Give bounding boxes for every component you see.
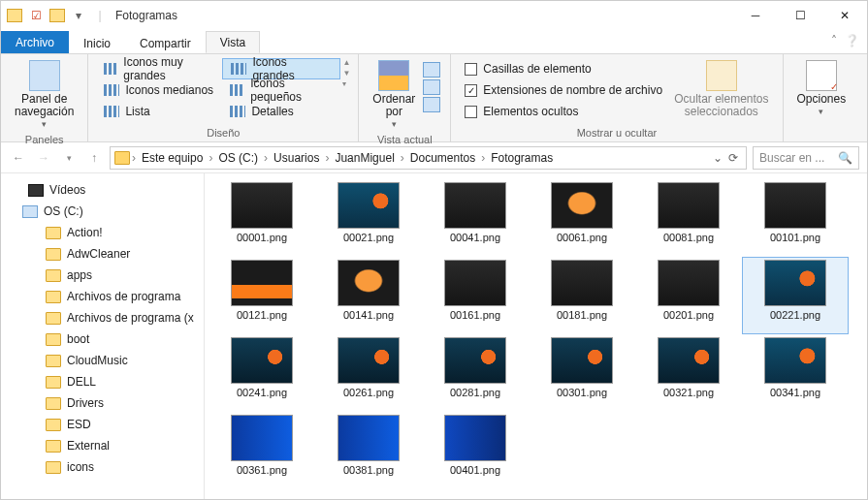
file-item[interactable]: 00021.png <box>315 179 422 257</box>
breadcrumb[interactable]: › Este equipo› OS (C:)› Usuarios› JuanMi… <box>110 146 747 170</box>
history-dropdown-icon[interactable]: ⌄ <box>713 151 723 165</box>
layout-details[interactable]: Detalles <box>222 101 340 122</box>
qat-newfolder-icon[interactable] <box>49 9 65 22</box>
crumb-3[interactable]: JuanMiguel <box>331 151 398 165</box>
file-item[interactable]: 00001.png <box>209 179 315 257</box>
layout-list[interactable]: Lista <box>96 101 222 122</box>
file-item[interactable]: 00161.png <box>422 257 529 334</box>
options-button[interactable]: ✓ Opciones ▾ <box>791 58 852 119</box>
folder-icon <box>46 333 61 346</box>
file-thumbnail <box>338 260 400 306</box>
tree-folder-label: boot <box>67 332 89 346</box>
file-item[interactable]: 00301.png <box>529 334 635 412</box>
file-item[interactable]: 00101.png <box>742 179 849 257</box>
qat-dropdown-icon[interactable]: ▾ <box>71 8 86 23</box>
tab-file[interactable]: Archivo <box>1 31 69 53</box>
nav-tree[interactable]: Vídeos OS (C:) Action!AdwCleanerappsArch… <box>1 173 205 500</box>
file-item[interactable]: 00201.png <box>635 257 742 334</box>
qat-properties-icon[interactable]: ☑ <box>28 8 44 23</box>
tree-folder[interactable]: External <box>1 435 204 456</box>
tree-videos[interactable]: Vídeos <box>1 179 204 201</box>
maximize-button[interactable]: ☐ <box>778 1 822 30</box>
tree-folder-label: AdwCleaner <box>67 247 130 261</box>
file-item[interactable]: 00341.png <box>742 334 849 412</box>
tree-folder[interactable]: Archivos de programa (x <box>1 307 204 328</box>
chevron-right-icon: › <box>132 151 136 165</box>
search-input[interactable]: Buscar en ... 🔍 <box>753 146 859 170</box>
ribbon-tabs: Archivo Inicio Compartir Vista ˄ ❔ <box>1 30 867 53</box>
file-thumbnail <box>658 260 720 306</box>
size-columns-icon[interactable] <box>423 79 440 95</box>
tree-folder[interactable]: AdwCleaner <box>1 243 204 265</box>
nav-pane-button[interactable]: Panel de navegación ▾ <box>9 58 80 132</box>
chk-hidden-items[interactable]: Elementos ocultos <box>459 101 668 122</box>
ribbon-collapse-icon[interactable]: ˄ <box>831 34 837 47</box>
chk-item-checkboxes[interactable]: Casillas de elemento <box>459 58 668 79</box>
layout-scroll-down-icon[interactable]: ▼ <box>342 69 350 78</box>
layout-more-icon[interactable]: ▾ <box>342 79 350 88</box>
refresh-icon[interactable]: ⟳ <box>724 151 742 165</box>
add-columns-icon[interactable] <box>423 62 440 78</box>
window-title: Fotogramas <box>108 9 733 22</box>
close-button[interactable]: ✕ <box>822 1 867 30</box>
file-item[interactable]: 00241.png <box>209 334 315 412</box>
file-item[interactable]: 00401.png <box>422 412 529 489</box>
file-item[interactable]: 00061.png <box>529 179 635 257</box>
layout-extra-large[interactable]: Iconos muy grandes <box>96 58 222 79</box>
folder-icon <box>46 248 61 261</box>
up-button[interactable]: ↑ <box>84 148 104 168</box>
tab-view[interactable]: Vista <box>206 31 260 53</box>
sort-by-button[interactable]: Ordenar por ▾ <box>367 58 421 132</box>
tree-folder[interactable]: ESD <box>1 414 204 435</box>
forward-button[interactable]: → <box>34 148 53 168</box>
layout-scroll-up-icon[interactable]: ▲ <box>342 58 350 67</box>
file-item[interactable]: 00181.png <box>529 257 635 334</box>
layout-small[interactable]: Iconos pequeños <box>222 79 340 101</box>
recent-button[interactable]: ▾ <box>59 148 79 168</box>
file-item[interactable]: 00381.png <box>315 412 422 489</box>
file-item[interactable]: 00121.png <box>209 257 315 334</box>
tab-home[interactable]: Inicio <box>69 32 125 53</box>
tree-drive[interactable]: OS (C:) <box>1 201 204 222</box>
tree-folder[interactable]: icons <box>1 456 204 478</box>
file-item[interactable]: 00081.png <box>635 179 742 257</box>
crumb-4[interactable]: Documentos <box>406 151 479 165</box>
file-item[interactable]: 00361.png <box>209 412 315 489</box>
file-grid[interactable]: 00001.png00021.png00041.png00061.png0008… <box>205 173 867 500</box>
file-item[interactable]: 00221.png <box>742 257 849 334</box>
file-name: 00161.png <box>425 309 526 321</box>
file-item[interactable]: 00261.png <box>315 334 422 412</box>
folder-icon <box>46 269 61 282</box>
hide-selected-button[interactable]: Ocultar elementos seleccionados <box>668 58 774 120</box>
search-placeholder: Buscar en ... <box>759 151 824 165</box>
crumb-0[interactable]: Este equipo <box>138 151 207 165</box>
tree-folder[interactable]: Drivers <box>1 392 204 414</box>
crumb-5[interactable]: Fotogramas <box>487 151 557 165</box>
help-icon[interactable]: ❔ <box>845 34 859 47</box>
group-by-icon[interactable] <box>423 97 440 112</box>
folder-icon <box>46 419 61 431</box>
tree-folder-label: icons <box>67 460 94 474</box>
sort-by-label: Ordenar por <box>372 93 415 118</box>
crumb-1[interactable]: OS (C:) <box>214 151 262 165</box>
tab-share[interactable]: Compartir <box>125 32 206 53</box>
tree-folder[interactable]: CloudMusic <box>1 350 204 371</box>
tree-folder-label: Archivos de programa (x <box>67 311 194 325</box>
tree-folder[interactable]: Action! <box>1 222 204 243</box>
back-button[interactable]: ← <box>9 148 28 168</box>
layout-medium[interactable]: Iconos medianos <box>96 79 222 101</box>
file-item[interactable]: 00041.png <box>422 179 529 257</box>
tree-folder[interactable]: apps <box>1 265 204 286</box>
tree-folder[interactable]: DELL <box>1 371 204 392</box>
folder-icon <box>46 376 61 389</box>
file-name: 00081.png <box>638 232 739 243</box>
group-label-layout: Diseño <box>96 125 350 141</box>
crumb-2[interactable]: Usuarios <box>270 151 323 165</box>
minimize-button[interactable]: ─ <box>733 1 778 30</box>
tree-folder[interactable]: Archivos de programa <box>1 286 204 307</box>
chk-file-ext[interactable]: ✓Extensiones de nombre de archivo <box>459 79 668 101</box>
file-item[interactable]: 00141.png <box>315 257 422 334</box>
tree-folder[interactable]: boot <box>1 328 204 350</box>
file-item[interactable]: 00321.png <box>635 334 742 412</box>
file-item[interactable]: 00281.png <box>422 334 529 412</box>
